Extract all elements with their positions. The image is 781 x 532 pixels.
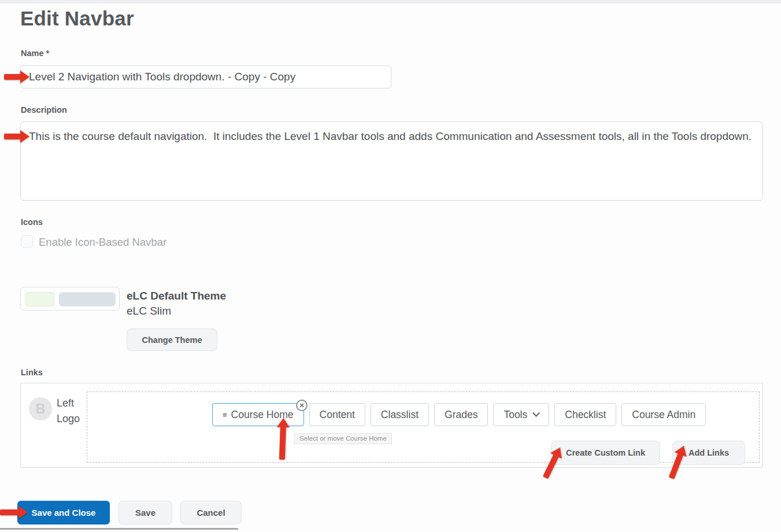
- theme-name: eLC Default Theme: [127, 290, 226, 302]
- drag-handle-icon: ≡: [223, 411, 227, 419]
- link-course-home[interactable]: ≡ Course Home: [212, 403, 304, 426]
- name-input[interactable]: [20, 65, 391, 88]
- icons-label: Icons: [21, 217, 43, 227]
- link-content[interactable]: Content: [309, 403, 365, 426]
- links-panel: B Left Logo ≡ Course Home Content Classl…: [20, 383, 763, 468]
- link-label: Classlist: [381, 409, 419, 421]
- link-checklist[interactable]: Checklist: [554, 403, 616, 426]
- theme-variant: eLC Slim: [127, 305, 171, 317]
- remove-course-home-icon[interactable]: ✕: [296, 400, 308, 411]
- enable-icon-navbar-checkbox[interactable]: [21, 235, 33, 247]
- change-theme-button[interactable]: Change Theme: [127, 328, 217, 351]
- brightspace-logo-icon: B: [29, 397, 52, 420]
- link-label: Checklist: [565, 409, 606, 421]
- description-label: Description: [21, 105, 67, 114]
- edit-navbar-page: Edit Navbar Name* Description This is th…: [0, 0, 781, 532]
- top-strip: [0, 0, 781, 3]
- link-label: Content: [320, 409, 355, 421]
- link-classlist[interactable]: Classlist: [371, 403, 429, 426]
- add-links-button[interactable]: Add Links: [672, 441, 745, 465]
- cancel-button[interactable]: Cancel: [180, 501, 242, 524]
- save-button[interactable]: Save: [119, 501, 172, 524]
- theme-preview: [20, 287, 120, 311]
- next-section-divider: [0, 528, 238, 530]
- link-grades[interactable]: Grades: [434, 403, 488, 426]
- name-label: Name*: [21, 49, 49, 58]
- link-label: Grades: [445, 409, 478, 421]
- link-label: Tools: [504, 409, 527, 421]
- course-home-tooltip: Select or move Course Home: [294, 433, 392, 444]
- enable-icon-navbar-label: Enable Icon-Based Navbar: [39, 236, 166, 249]
- chevron-down-icon: [532, 409, 540, 417]
- link-tools[interactable]: Tools: [493, 403, 549, 426]
- links-drop-zone: ≡ Course Home Content Classlist Grades T…: [87, 391, 760, 463]
- links-label: Links: [21, 368, 43, 377]
- description-textarea[interactable]: This is the course default navigation. I…: [20, 121, 763, 201]
- save-and-close-button[interactable]: Save and Close: [17, 501, 110, 524]
- required-asterisk: *: [46, 49, 50, 58]
- name-label-text: Name: [21, 49, 44, 58]
- navbar-links-row: ≡ Course Home Content Classlist Grades T…: [212, 403, 706, 426]
- page-title: Edit Navbar: [20, 7, 134, 30]
- link-label: Course Home: [231, 409, 294, 421]
- left-logo-label: Left Logo: [57, 396, 88, 427]
- create-custom-link-button[interactable]: Create Custom Link: [551, 441, 660, 465]
- theme-swatch-green: [25, 292, 54, 306]
- link-course-admin[interactable]: Course Admin: [621, 403, 706, 426]
- theme-swatch-gray: [59, 292, 116, 306]
- link-label: Course Admin: [632, 409, 695, 421]
- links-actions-row: Create Custom Link Add Links: [551, 441, 745, 465]
